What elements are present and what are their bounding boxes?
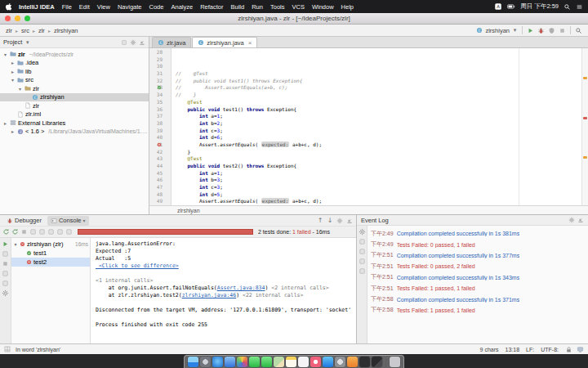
rerun-icon[interactable]: [2, 228, 10, 236]
tree-item-1-6-9[interactable]: ▸J< 1.6 >/Library/Java/JavaVirtualMachin…: [0, 128, 149, 137]
tree-collapsed-arrow-icon[interactable]: ▸: [10, 69, 16, 74]
dock-photos-icon[interactable]: [237, 357, 247, 367]
project-panel-title[interactable]: Project: [3, 38, 22, 46]
run-console-output[interactable]: java.lang.AssertionError: Expected :7Act…: [91, 238, 356, 343]
editor-tab-zlrshiyan-java[interactable]: Czlrshiyan.java×: [192, 37, 257, 47]
sort-icon[interactable]: [38, 228, 46, 236]
tree-expanded-arrow-icon[interactable]: ▾: [10, 77, 16, 83]
resume-icon[interactable]: [2, 240, 9, 248]
dock-finder-icon[interactable]: [188, 357, 198, 367]
event-log-title[interactable]: Event Log: [361, 217, 389, 224]
dock-terminal-icon[interactable]: [359, 357, 370, 367]
minimize-window-button[interactable]: [15, 16, 20, 21]
tree-collapsed-arrow-icon[interactable]: ▸: [2, 120, 8, 126]
scroll-to-end-icon[interactable]: [359, 258, 366, 265]
mark-read-icon[interactable]: [359, 238, 366, 245]
filter-passed-icon[interactable]: [29, 228, 37, 236]
debug-tab-console[interactable]: Console▾: [47, 216, 89, 226]
settings-icon[interactable]: [130, 39, 136, 46]
history-icon[interactable]: [65, 228, 73, 236]
apple-menu-icon[interactable]: [5, 2, 13, 11]
test-item-zlrshiyan-zlr[interactable]: ▾zlrshiyan (zlr)16ms: [11, 240, 90, 249]
tree-item-idea-1[interactable]: ▸.idea: [0, 59, 149, 68]
encoding-widget[interactable]: UTF-8:: [541, 347, 559, 352]
menu-code[interactable]: Code: [149, 3, 164, 11]
collapse-all-icon[interactable]: [56, 228, 64, 236]
menu-refactor[interactable]: Refactor: [200, 3, 223, 11]
menu-vcs[interactable]: VCS: [292, 3, 304, 11]
test-pass-gutter-icon[interactable]: [157, 85, 162, 90]
menu-view[interactable]: View: [97, 3, 110, 11]
editor-code-area[interactable]: // @Test// public void test1() throws Ex…: [172, 48, 581, 205]
rerun-failed-icon[interactable]: [11, 228, 19, 236]
search-everywhere-icon[interactable]: [575, 27, 582, 34]
clear-all-icon[interactable]: [359, 248, 366, 255]
menubar-app-name[interactable]: IntelliJ IDEA: [19, 3, 55, 11]
dock-trash-icon[interactable]: [390, 357, 400, 367]
code-editor[interactable]: 2829303132333435363738394041424344454647…: [149, 48, 588, 205]
stop-icon[interactable]: [2, 260, 9, 267]
breadcrumb-item-zlrshiyan-3[interactable]: zlrshiyan: [54, 27, 78, 34]
dock-maps-icon[interactable]: [274, 357, 284, 367]
breadcrumb-item-zlr-2[interactable]: zlr: [38, 27, 45, 34]
caret-position-widget[interactable]: 13:18: [506, 347, 520, 352]
tree-item-zlrshiyan-5[interactable]: Czlrshiyan: [0, 93, 149, 102]
menu-window[interactable]: Window: [312, 3, 334, 11]
debug-tab-debugger[interactable]: Debugger: [3, 216, 45, 226]
battery-icon[interactable]: [507, 2, 515, 11]
tree-collapsed-arrow-icon[interactable]: ▸: [10, 60, 16, 65]
window-titlebar[interactable]: zlrshiyan.java - zlr - [~/IdeaProjects/z…: [0, 13, 588, 25]
dock-system-preferences-icon[interactable]: [335, 357, 345, 367]
event-log-entry-6[interactable]: 下午2:58Compilation completed successfully…: [371, 294, 586, 304]
tree-item-lib-2[interactable]: ▸lib: [0, 67, 149, 76]
hide-icon[interactable]: [346, 218, 353, 224]
coverage-icon[interactable]: [548, 27, 555, 34]
event-log-entry-0[interactable]: 下午2:49Compilation completed successfully…: [371, 228, 586, 239]
menu-run[interactable]: Run: [252, 3, 263, 11]
locate-file-icon[interactable]: [121, 39, 127, 46]
tree-expanded-arrow-icon[interactable]: ▾: [13, 241, 18, 247]
close-tab-icon[interactable]: ×: [248, 39, 252, 47]
debug-icon[interactable]: [537, 27, 545, 34]
error-stripe-mark[interactable]: [583, 117, 587, 119]
menu-edit[interactable]: Edit: [79, 3, 90, 11]
hide-icon[interactable]: [139, 39, 145, 46]
mute-breakpoints-icon[interactable]: [2, 270, 9, 277]
tree-item-external-libraries-8[interactable]: ▸External Libraries: [0, 119, 149, 128]
error-stripe[interactable]: [581, 48, 588, 205]
close-window-button[interactable]: [5, 16, 11, 21]
dock-app-store-icon[interactable]: [323, 357, 333, 367]
pause-icon[interactable]: [2, 250, 9, 258]
dock-reminders-icon[interactable]: [298, 357, 309, 367]
spotlight-icon[interactable]: [564, 3, 571, 11]
hide-icon[interactable]: [577, 217, 584, 223]
tree-item-zlr-6[interactable]: zlr: [0, 101, 149, 110]
stop-icon[interactable]: [559, 27, 566, 34]
tree-item-zlr-0[interactable]: ▾zlr~/IdeaProjects/zlr: [0, 50, 149, 59]
settings-icon[interactable]: [336, 218, 343, 224]
test-item-test1[interactable]: test1: [11, 249, 90, 258]
test-item-test2[interactable]: test2: [11, 258, 90, 267]
dock-messages-icon[interactable]: [249, 357, 260, 367]
editor-breadcrumb-item[interactable]: zlrshiyan: [177, 208, 200, 213]
menu-tools[interactable]: Tools: [270, 3, 285, 11]
dock-notes-icon[interactable]: [286, 357, 296, 367]
breadcrumb-item-zlr-0[interactable]: zlr: [6, 27, 12, 34]
dock-mail-icon[interactable]: [225, 357, 235, 367]
settings-icon[interactable]: [2, 289, 9, 297]
console-link[interactable]: zlrshiyan.java:46: [182, 292, 237, 298]
event-log-entry-3[interactable]: 下午2:51Tests Failed: 0 passed, 2 failed: [371, 261, 586, 272]
dock-safari-icon[interactable]: [212, 357, 223, 367]
warning-stripe-mark[interactable]: [583, 77, 587, 79]
tree-collapsed-arrow-icon[interactable]: ▸: [10, 128, 16, 134]
console-link[interactable]: Assert.java:834: [217, 285, 265, 291]
tree-expanded-arrow-icon[interactable]: ▾: [2, 52, 8, 57]
help-icon[interactable]: [359, 267, 366, 275]
event-log-entry-4[interactable]: 下午2:51Compilation completed successfully…: [371, 272, 586, 283]
notification-center-icon[interactable]: [576, 3, 583, 11]
menu-file[interactable]: File: [62, 3, 72, 11]
warning-stripe-mark[interactable]: [583, 156, 587, 159]
settings-icon[interactable]: [359, 228, 366, 236]
dock-launchpad-icon[interactable]: [200, 357, 211, 367]
down-icon[interactable]: ↓: [327, 218, 333, 224]
